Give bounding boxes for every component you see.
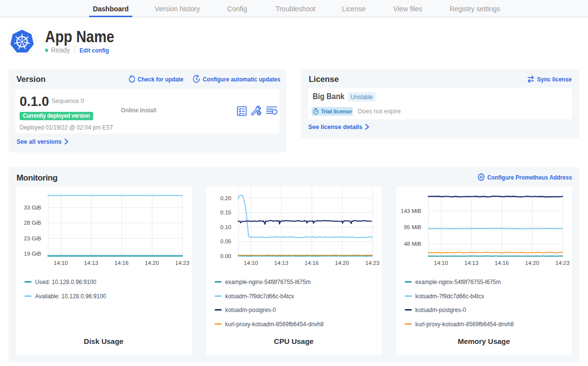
svg-text:14:20: 14:20 xyxy=(525,260,539,266)
svg-text:0.15: 0.15 xyxy=(220,209,231,215)
svg-text:14:13: 14:13 xyxy=(84,260,98,266)
svg-text:14:23: 14:23 xyxy=(555,260,569,266)
svg-text:14:16: 14:16 xyxy=(494,260,509,266)
svg-text:23 GiB: 23 GiB xyxy=(24,235,41,241)
svg-text:14:20: 14:20 xyxy=(335,260,349,266)
svg-text:14:23: 14:23 xyxy=(365,260,379,266)
svg-text:28 GiB: 28 GiB xyxy=(24,220,41,226)
svg-text:14:23: 14:23 xyxy=(175,260,189,266)
svg-text:33 GiB: 33 GiB xyxy=(24,204,41,210)
svg-text:14:13: 14:13 xyxy=(464,260,478,266)
svg-text:48 MiB: 48 MiB xyxy=(404,240,421,246)
svg-text:14:10: 14:10 xyxy=(434,260,448,266)
svg-text:0.10: 0.10 xyxy=(220,224,231,230)
svg-text:143 MiB: 143 MiB xyxy=(400,208,421,213)
svg-text:14:10: 14:10 xyxy=(53,260,68,266)
svg-text:14:13: 14:13 xyxy=(274,260,288,266)
svg-text:14:20: 14:20 xyxy=(145,260,159,266)
svg-text:0.00: 0.00 xyxy=(220,253,231,259)
svg-text:14:16: 14:16 xyxy=(114,260,128,266)
svg-text:14:10: 14:10 xyxy=(244,260,258,266)
svg-text:95 MiB: 95 MiB xyxy=(404,224,421,230)
svg-text:14:16: 14:16 xyxy=(304,260,318,266)
svg-text:0.05: 0.05 xyxy=(220,238,231,244)
svg-text:19 GiB: 19 GiB xyxy=(24,251,41,257)
svg-text:0.20: 0.20 xyxy=(220,195,231,201)
